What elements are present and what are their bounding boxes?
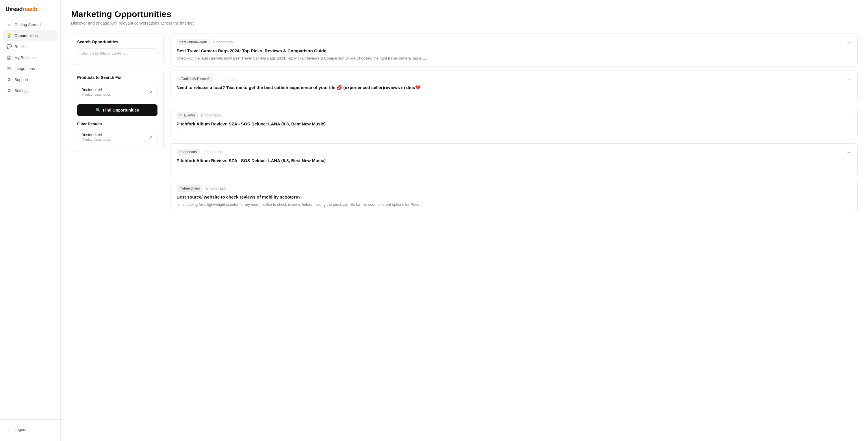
result-content: r/CatfishMePlease2 a month ago Need to r… [177,76,842,98]
result-snippet: ... [177,165,842,171]
gear-icon: ⚙ [6,88,11,93]
find-btn-icon: 🔍 [96,108,100,113]
filter-section: Filter Results Business #1 Product descr… [77,122,157,145]
products-card-title: Products to Search For [77,75,157,80]
result-title: Best source/ website to check reviews of… [177,194,842,200]
page-subtitle: Discover and engage with relevant conver… [71,21,858,25]
arrow-right-icon: → [846,149,851,155]
sidebar-item-label: Getting Started [14,23,41,27]
filter-item[interactable]: Business #1 Product description ✓ [77,129,157,145]
results-panel: r/Traveltonewyork a month ago Best Trave… [170,34,858,216]
result-snippet: Check out the latest arrivals now! Best … [177,56,842,61]
search-card: Search Opportunities [71,34,163,64]
collapse-sidebar-button[interactable]: ‹ [118,7,124,13]
sidebar-item-integrations[interactable]: ⊞ Integrations [3,63,58,74]
time-ago: a month ago [216,77,236,81]
logout-icon: → [6,427,11,432]
logout-label: Logout [14,428,26,432]
sidebar-item-settings[interactable]: ⚙ Settings [3,85,58,96]
result-snippet: ... [177,129,842,134]
result-card[interactable]: r/Traveltonewyork a month ago Best Trave… [170,34,858,67]
content-layout: Search Opportunities Products to Search … [71,34,858,216]
sidebar-item-label: Opportunities [14,34,37,38]
filter-title: Filter Results [77,122,157,126]
sidebar: threadreach ○ Getting Started 💡 Opportun… [0,0,61,441]
sidebar-item-label: Settings [14,88,29,93]
arrow-right-icon: → [846,186,851,192]
sidebar-item-getting-started[interactable]: ○ Getting Started [3,19,58,30]
result-title: Pitchfork Album Review: SZA - SOS Deluxe… [177,158,842,164]
result-content: r/popheads a month ago Pitchfork Album R… [177,149,842,171]
logo-part1: thread [6,6,23,12]
result-meta: r/Traveltonewyork a month ago [177,39,842,45]
circle-icon: ○ [6,22,11,27]
chat-icon: 💬 [6,44,11,49]
result-card[interactable]: r/wheelchairs a month ago Best source/ w… [170,180,858,213]
arrow-right-icon: → [846,76,851,82]
result-snippet: ... [177,92,842,98]
sidebar-item-label: Integrations [14,66,35,71]
lightbulb-icon: 💡 [6,33,11,38]
result-title: Need to release a load? Text me to get t… [177,84,842,90]
main-nav: ○ Getting Started 💡 Opportunities 💬 Repl… [0,19,60,419]
product-info: Business #1 Product description [82,88,111,97]
left-panel: Search Opportunities Products to Search … [71,34,163,151]
result-content: r/Traveltonewyork a month ago Best Trave… [177,39,842,61]
search-card-title: Search Opportunities [77,40,157,44]
find-opportunities-button[interactable]: 🔍 Find Opportunities [77,104,157,116]
result-content: r/wheelchairs a month ago Best source/ w… [177,185,842,208]
products-card: Products to Search For Business #1 Produ… [71,69,163,151]
result-meta: r/Fauxmoi a month ago [177,112,842,119]
product-name: Business #1 [82,88,111,92]
filter-info: Business #1 Product description [82,133,111,141]
main-content: Marketing Opportunities Discover and eng… [61,0,868,441]
result-title: Pitchfork Album Review: SZA - SOS Deluxe… [177,121,842,127]
product-item[interactable]: Business #1 Product description ✓ [77,84,157,100]
time-ago: a month ago [203,150,223,154]
arrow-right-icon: → [846,40,851,46]
sidebar-item-label: My Business [14,56,37,60]
page-title: Marketing Opportunities [71,9,858,19]
product-description: Product description [82,92,111,97]
sidebar-item-label: Support [14,77,28,82]
result-card[interactable]: r/Fauxmoi a month ago Pitchfork Album Re… [170,107,858,140]
arrow-right-icon: → [846,113,851,119]
logo-part2: reach [23,6,37,12]
subreddit-badge: r/popheads [177,149,200,155]
logout-button[interactable]: → Logout [3,424,58,435]
logo: threadreach [0,0,60,19]
result-snippet: I'm shopping for a lightweight scooter f… [177,202,842,208]
find-btn-label: Find Opportunities [103,108,139,113]
result-card[interactable]: r/CatfishMePlease2 a month ago Need to r… [170,70,858,103]
subreddit-badge: r/Fauxmoi [177,112,198,119]
sidebar-item-replies[interactable]: 💬 Replies [3,41,58,52]
briefcase-icon: 🏢 [6,55,11,60]
search-input[interactable] [77,48,157,58]
sidebar-item-my-business[interactable]: 🏢 My Business [3,52,58,63]
result-meta: r/popheads a month ago [177,149,842,155]
sidebar-item-label: Replies [14,44,27,49]
result-meta: r/CatfishMePlease2 a month ago [177,76,842,82]
sidebar-bottom: → Logout [0,419,60,441]
time-ago: a month ago [200,113,221,117]
sidebar-item-opportunities[interactable]: 💡 Opportunities [3,30,58,41]
result-meta: r/wheelchairs a month ago [177,185,842,192]
subreddit-badge: r/CatfishMePlease2 [177,76,213,82]
subreddit-badge: r/wheelchairs [177,185,203,192]
check-icon: ✓ [149,89,153,95]
time-ago: a month ago [213,40,233,44]
result-card[interactable]: r/popheads a month ago Pitchfork Album R… [170,143,858,177]
question-icon: ⚙ [6,77,11,82]
filter-item-desc: Product description [82,137,111,141]
result-title: Best Travel Camera Bags 2024: Top Picks,… [177,48,842,54]
subreddit-badge: r/Traveltonewyork [177,39,210,45]
result-content: r/Fauxmoi a month ago Pitchfork Album Re… [177,112,842,134]
sidebar-item-support[interactable]: ⚙ Support [3,74,58,85]
grid-icon: ⊞ [6,66,11,71]
time-ago: a month ago [206,186,226,190]
filter-item-name: Business #1 [82,133,111,137]
filter-check-icon: ✓ [149,134,153,140]
